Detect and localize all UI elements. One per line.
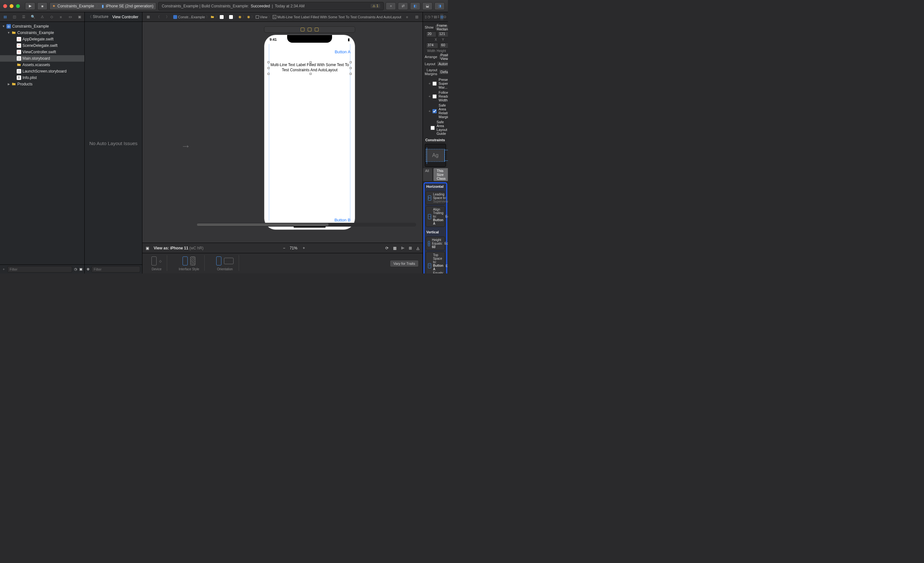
margins-select[interactable]: Default bbox=[439, 69, 448, 75]
resolve-icon[interactable]: ◬ bbox=[417, 246, 419, 250]
safe-area-guide-checkbox[interactable] bbox=[430, 126, 435, 130]
library-button[interactable]: ＋ bbox=[386, 2, 396, 10]
show-select[interactable]: Frame Rectangle bbox=[435, 24, 448, 30]
toggle-right-panel[interactable]: ◨ bbox=[434, 2, 445, 10]
selection-handle[interactable] bbox=[350, 73, 352, 75]
selection-handle[interactable] bbox=[350, 61, 352, 63]
edit-button[interactable]: Edit bbox=[446, 215, 448, 218]
history-inspector-icon[interactable]: ◷ bbox=[428, 14, 430, 20]
file-row[interactable]: Assets.xcassets bbox=[0, 62, 84, 68]
connections-inspector-icon[interactable]: ⊙ bbox=[443, 14, 447, 20]
zoom-level[interactable]: 71% bbox=[290, 246, 297, 250]
update-frames-icon[interactable]: ⟳ bbox=[386, 246, 388, 250]
zoom-button[interactable] bbox=[16, 4, 20, 8]
minimize-button[interactable] bbox=[10, 4, 14, 8]
multi-line-label[interactable]: Multi-Line Text Label Filled With Some T… bbox=[269, 63, 350, 72]
zoom-out-button[interactable]: − bbox=[283, 246, 285, 250]
group-row[interactable]: ▼Constraints_Example bbox=[0, 30, 84, 36]
scm-filter-icon[interactable]: ▣ bbox=[79, 267, 82, 271]
add-button[interactable]: ＋ bbox=[2, 267, 6, 272]
run-button[interactable]: ▶ bbox=[25, 2, 35, 10]
outline-toggle-icon[interactable]: ▣ bbox=[146, 246, 149, 250]
constraint-leading[interactable]: ⊢ Leading Space to: Superview Edit bbox=[426, 191, 445, 205]
test-navigator-icon[interactable]: ◇ bbox=[48, 13, 54, 21]
scheme-selector[interactable]: ✦ Constraints_Example 〉 ▮ iPhone SE (2nd… bbox=[50, 2, 156, 10]
recent-filter-icon[interactable]: ◷ bbox=[74, 267, 77, 271]
horizontal-scrollbar[interactable] bbox=[197, 223, 416, 227]
size-inspector-icon[interactable]: ▥ bbox=[440, 14, 443, 20]
this-size-class-pill[interactable]: This Size Class bbox=[434, 168, 448, 181]
selection-handle[interactable] bbox=[310, 61, 312, 63]
scene-dock[interactable] bbox=[264, 26, 355, 33]
add-editor-icon[interactable]: ▥ bbox=[413, 13, 421, 21]
jump-bar[interactable]: ▦ 〈 〉 Constr...Example〉 〉 〉 〉 ◉〉 ◉〉 View… bbox=[142, 12, 423, 22]
selection-handle[interactable] bbox=[268, 67, 270, 69]
help-inspector-icon[interactable]: ? bbox=[430, 14, 434, 20]
selection-handle[interactable] bbox=[350, 67, 352, 69]
height-field[interactable]: 60 bbox=[440, 43, 448, 48]
code-review-button[interactable]: ⇄ bbox=[398, 2, 408, 10]
edit-button[interactable]: Edit bbox=[445, 242, 448, 245]
preserve-margins-checkbox[interactable] bbox=[432, 81, 436, 86]
vary-for-traits-button[interactable]: Vary for Traits bbox=[390, 260, 418, 267]
edit-button[interactable]: Edit bbox=[446, 264, 448, 268]
view-as-label[interactable]: View as: iPhone 11 (wC hR) bbox=[154, 246, 203, 250]
outline-filter-input[interactable] bbox=[92, 266, 140, 273]
breakpoint-navigator-icon[interactable]: ▭ bbox=[67, 13, 73, 21]
selection-handle[interactable] bbox=[268, 61, 270, 63]
toggle-left-panel[interactable]: ◧ bbox=[410, 2, 420, 10]
back-icon[interactable]: 〈 bbox=[154, 13, 162, 21]
interface-style-picker[interactable]: Interface Style bbox=[174, 255, 205, 271]
debug-navigator-icon[interactable]: ≡ bbox=[58, 13, 64, 21]
layout-select[interactable]: Automatic bbox=[436, 61, 448, 67]
constraints-preview[interactable]: Ag bbox=[425, 144, 446, 167]
adjust-editor-icon[interactable]: ≡ bbox=[403, 13, 411, 21]
file-row-selected[interactable]: ◫Main.storyboard bbox=[0, 55, 84, 62]
embed-icon[interactable]: ▦ bbox=[393, 246, 396, 250]
file-row[interactable]: •ViewController.swift bbox=[0, 49, 84, 55]
toggle-bottom-panel[interactable]: ⬓ bbox=[422, 2, 432, 10]
pin-icon[interactable]: ⊞ bbox=[409, 246, 412, 250]
related-items-icon[interactable]: ▦ bbox=[144, 13, 152, 21]
canvas-area[interactable]: → 9:41▮ Button A Multi-Line Text Label F… bbox=[142, 22, 423, 243]
source-control-navigator-icon[interactable]: ◫ bbox=[11, 13, 17, 21]
products-row[interactable]: ▶Products bbox=[0, 81, 84, 87]
safe-area-margins-checkbox[interactable] bbox=[432, 109, 436, 113]
stop-button[interactable]: ■ bbox=[37, 2, 48, 10]
button-b[interactable]: Button B bbox=[334, 218, 350, 222]
project-row[interactable]: ▼◎Constraints_Example bbox=[0, 23, 84, 30]
report-navigator-icon[interactable]: ▣ bbox=[76, 13, 82, 21]
attributes-inspector-icon[interactable]: ⇩ bbox=[437, 14, 440, 20]
project-navigator-icon[interactable]: ▤ bbox=[2, 13, 8, 21]
file-inspector-icon[interactable]: ▯ bbox=[424, 14, 428, 20]
file-row[interactable]: ≣Info.plist bbox=[0, 75, 84, 81]
device-frame[interactable]: 9:41▮ Button A Multi-Line Text Label Fil… bbox=[264, 35, 355, 230]
navigator-filter-input[interactable] bbox=[8, 266, 72, 273]
filter-icon[interactable]: ⊕ bbox=[87, 267, 90, 271]
selection-handle[interactable] bbox=[268, 73, 270, 75]
find-navigator-icon[interactable]: 🔍 bbox=[30, 13, 36, 21]
file-row[interactable]: ◫LaunchScreen.storyboard bbox=[0, 68, 84, 75]
arrange-select[interactable]: Position View bbox=[439, 54, 448, 60]
identity-inspector-icon[interactable]: ▤ bbox=[434, 14, 437, 20]
selection-handle[interactable] bbox=[310, 73, 312, 75]
warning-badge[interactable]: ⚠ 1 bbox=[370, 4, 380, 8]
constraint-height[interactable]: ↕ Height Equals: 60 Edit bbox=[426, 237, 445, 250]
outline-back-button[interactable]: 〈 Structure bbox=[88, 14, 108, 20]
symbol-navigator-icon[interactable]: ☰ bbox=[21, 13, 27, 21]
all-pill[interactable]: All bbox=[423, 168, 432, 181]
issue-navigator-icon[interactable]: ⚠ bbox=[39, 13, 45, 21]
x-field[interactable]: 20 bbox=[426, 32, 436, 37]
width-field[interactable]: 374 bbox=[426, 43, 438, 48]
device-picker[interactable]: ◇ Device bbox=[146, 255, 167, 271]
constraint-top[interactable]: ⊤ Top Space to: Button A Equals: 28 Edit bbox=[426, 252, 445, 273]
orientation-picker[interactable]: Orientation bbox=[211, 255, 239, 271]
file-row[interactable]: •AppDelegate.swift bbox=[0, 36, 84, 42]
button-a[interactable]: Button A bbox=[334, 50, 350, 54]
close-button[interactable] bbox=[3, 4, 7, 8]
constraint-trailing[interactable]: ⊣ Align Trailing to: Button A Edit bbox=[426, 206, 445, 227]
zoom-in-button[interactable]: ＋ bbox=[302, 245, 306, 251]
forward-icon[interactable]: 〉 bbox=[164, 13, 171, 21]
readable-width-checkbox[interactable] bbox=[432, 95, 436, 99]
y-field[interactable]: 121 bbox=[438, 32, 448, 37]
